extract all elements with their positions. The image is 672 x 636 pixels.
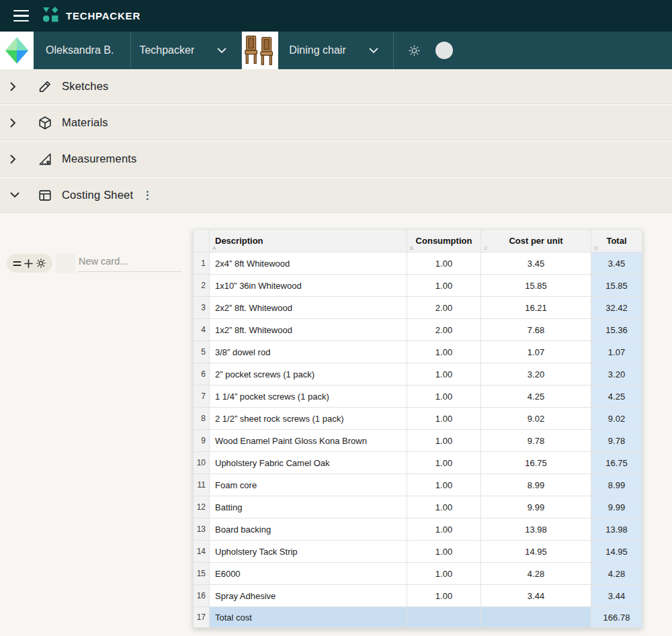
cell-consumption[interactable]: 1.00 xyxy=(407,275,481,297)
row-number[interactable]: 10 xyxy=(194,452,210,474)
column-header-total[interactable]: Total D xyxy=(591,230,642,253)
cell-cost-per-unit[interactable]: 15.85 xyxy=(481,275,591,297)
cell-description[interactable]: 2” pocket screws (1 pack) xyxy=(210,363,407,385)
cell-consumption[interactable]: 1.00 xyxy=(407,518,481,541)
row-number[interactable]: 1 xyxy=(194,253,210,275)
row-number[interactable]: 9 xyxy=(194,430,210,452)
cell-consumption[interactable]: 1.00 xyxy=(407,585,481,607)
workspace-dropdown[interactable]: Techpacker xyxy=(131,32,242,69)
new-card-input[interactable] xyxy=(77,251,181,272)
row-number[interactable]: 14 xyxy=(194,541,210,563)
cell-consumption[interactable]: 1.00 xyxy=(407,253,481,275)
cell-description[interactable]: Board backing xyxy=(210,518,407,541)
row-number[interactable]: 2 xyxy=(194,275,210,297)
cell-consumption[interactable]: 1.00 xyxy=(407,385,481,408)
cell-cost-per-unit[interactable]: 9.78 xyxy=(481,430,591,452)
cell-cost-per-unit[interactable]: 8.99 xyxy=(481,474,591,496)
row-number[interactable]: 6 xyxy=(194,363,210,385)
cell-total[interactable]: 3.45 xyxy=(591,253,642,275)
cell-description[interactable]: 1x10” 36in Whitewood xyxy=(210,275,407,297)
product-dropdown[interactable]: Dining chair xyxy=(278,32,393,69)
cell-cost-per-unit[interactable]: 3.45 xyxy=(481,253,591,275)
row-number[interactable]: 4 xyxy=(194,319,210,341)
cell-description[interactable]: 3/8” dowel rod xyxy=(210,341,407,363)
cell-description[interactable]: 2x2” 8ft. Whitewood xyxy=(210,297,407,319)
cell-cost-per-unit[interactable]: 3.20 xyxy=(481,363,591,385)
column-header-description[interactable]: Description A xyxy=(210,230,407,253)
section-costing-sheet[interactable]: Costing Sheet xyxy=(0,178,672,213)
cell-description[interactable]: Spray Adhesive xyxy=(210,585,407,607)
cell-total[interactable]: 166.78 xyxy=(591,607,642,628)
cell-consumption[interactable]: 2.00 xyxy=(407,297,481,319)
cell-description[interactable]: 1x2” 8ft. Whitewood xyxy=(210,319,407,341)
cell-consumption[interactable]: 1.00 xyxy=(407,408,481,430)
cell-cost-per-unit[interactable]: 14.95 xyxy=(481,541,591,563)
cell-description[interactable]: Wood Enamel Paint Gloss Kona Brown xyxy=(210,430,407,452)
cell-consumption[interactable]: 1.00 xyxy=(407,363,481,385)
row-number[interactable]: 16 xyxy=(194,585,210,607)
cell-total[interactable]: 15.85 xyxy=(591,275,642,297)
column-header-cost-per-unit[interactable]: Cost per unit C xyxy=(481,230,591,253)
cell-description[interactable]: Total cost xyxy=(210,607,407,628)
cell-cost-per-unit[interactable]: 4.28 xyxy=(481,563,591,585)
cell-consumption[interactable]: 2.00 xyxy=(407,319,481,341)
cell-consumption[interactable]: 1.00 xyxy=(407,563,481,585)
cell-cost-per-unit[interactable]: 9.99 xyxy=(481,496,591,518)
section-materials[interactable]: Materials xyxy=(0,105,672,140)
cell-cost-per-unit[interactable]: 3.44 xyxy=(481,585,591,607)
cell-cost-per-unit[interactable]: 4.25 xyxy=(481,385,591,408)
cell-total[interactable]: 3.44 xyxy=(591,585,642,607)
cell-description[interactable]: 2x4” 8ft Whitewood xyxy=(210,253,407,275)
cell-description[interactable]: 1 1/4” pocket screws (1 pack) xyxy=(210,385,407,408)
cell-consumption[interactable]: 1.00 xyxy=(407,430,481,452)
cell-cost-per-unit[interactable]: 13.98 xyxy=(481,518,591,541)
avatar[interactable] xyxy=(435,42,453,59)
cell-consumption[interactable] xyxy=(407,607,481,628)
cell-consumption[interactable]: 1.00 xyxy=(407,496,481,518)
column-header-consumption[interactable]: Consumption B xyxy=(407,230,481,253)
cell-consumption[interactable]: 1.00 xyxy=(407,341,481,363)
section-sketches[interactable]: Sketches xyxy=(0,69,672,104)
cell-total[interactable]: 16.75 xyxy=(591,452,642,474)
cell-description[interactable]: Batting xyxy=(210,496,407,518)
row-number[interactable]: 11 xyxy=(194,474,210,496)
cell-consumption[interactable]: 1.00 xyxy=(407,474,481,496)
cell-description[interactable]: Foam core xyxy=(210,474,407,496)
settings-gear-icon[interactable] xyxy=(408,44,421,57)
cell-total[interactable]: 9.99 xyxy=(591,496,642,518)
cell-total[interactable]: 13.98 xyxy=(591,518,642,541)
cell-cost-per-unit[interactable]: 1.07 xyxy=(481,341,591,363)
cell-description[interactable]: E6000 xyxy=(210,563,407,585)
cell-total[interactable]: 9.78 xyxy=(591,430,642,452)
cell-total[interactable]: 3.20 xyxy=(591,363,642,385)
cell-total[interactable]: 8.99 xyxy=(591,474,642,496)
cell-cost-per-unit[interactable]: 7.68 xyxy=(481,319,591,341)
cell-description[interactable]: 2 1/2” sheet rock screws (1 pack) xyxy=(210,408,407,430)
section-menu-kebab-icon[interactable] xyxy=(144,189,151,202)
cell-cost-per-unit[interactable]: 16.21 xyxy=(481,297,591,319)
row-number[interactable]: 5 xyxy=(194,341,210,363)
add-card-icon[interactable] xyxy=(24,259,33,268)
row-number[interactable]: 3 xyxy=(194,297,210,319)
row-number[interactable]: 15 xyxy=(194,563,210,585)
row-number[interactable]: 8 xyxy=(194,408,210,430)
hamburger-menu-icon[interactable] xyxy=(13,10,29,22)
row-number[interactable]: 17 xyxy=(194,607,210,628)
cell-consumption[interactable]: 1.00 xyxy=(407,541,481,563)
corner-cell[interactable] xyxy=(194,230,210,253)
row-number[interactable]: 7 xyxy=(194,385,210,408)
cell-description[interactable]: Upholstery Tack Strip xyxy=(210,541,407,563)
cell-cost-per-unit[interactable]: 9.02 xyxy=(481,408,591,430)
user-name[interactable]: Oleksandra B. xyxy=(34,32,131,69)
section-measurements[interactable]: Measurements xyxy=(0,142,672,177)
drag-handle-icon[interactable] xyxy=(13,261,22,267)
row-number[interactable]: 12 xyxy=(194,496,210,518)
cell-total[interactable]: 32.42 xyxy=(591,297,642,319)
cell-total[interactable]: 4.25 xyxy=(591,385,642,408)
cell-total[interactable]: 4.28 xyxy=(591,563,642,585)
row-number[interactable]: 13 xyxy=(194,518,210,541)
cell-total[interactable]: 14.95 xyxy=(591,541,642,563)
cell-total[interactable]: 9.02 xyxy=(591,408,642,430)
cell-total[interactable]: 1.07 xyxy=(591,341,642,363)
cell-cost-per-unit[interactable]: 16.75 xyxy=(481,452,591,474)
